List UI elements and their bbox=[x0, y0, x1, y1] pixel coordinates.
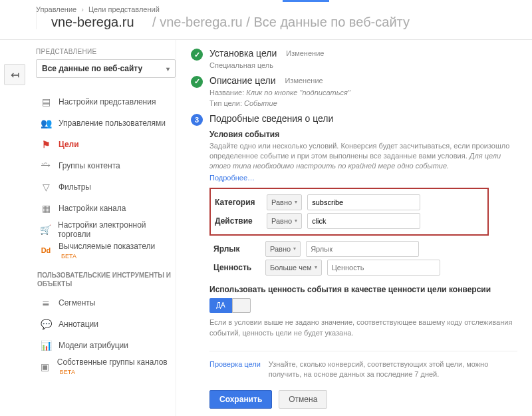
channel-icon: ▦ bbox=[40, 203, 52, 214]
condition-value-row: Ценность Больше чем▾ bbox=[213, 260, 485, 276]
segments-icon: ≣ bbox=[40, 298, 52, 308]
use-value-note: Если в условии выше не задано значение, … bbox=[209, 317, 517, 339]
sidebar-item-ecommerce[interactable]: 🛒Настройки электронной торговли bbox=[36, 219, 176, 240]
edit-link[interactable]: Изменение bbox=[286, 49, 324, 57]
step-3: 3 Подробные сведения о цели bbox=[191, 113, 517, 126]
value-input[interactable] bbox=[327, 260, 440, 276]
attribution-icon: 📊 bbox=[40, 340, 52, 351]
box-icon: ▣ bbox=[40, 361, 51, 373]
cart-icon: 🛒 bbox=[40, 224, 51, 236]
group-icon: ⭇ bbox=[40, 160, 52, 171]
step-1[interactable]: ✓ Установка целиИзменение Специальная це… bbox=[191, 48, 517, 71]
use-value-toggle[interactable]: ДА bbox=[209, 298, 251, 313]
sidebar-item-attribution[interactable]: 📊Модели атрибуции bbox=[36, 335, 176, 356]
sidebar-item-content-groups[interactable]: ⭇Группы контента bbox=[36, 155, 176, 176]
check-icon: ✓ bbox=[191, 49, 203, 61]
action-buttons: Сохранить Отмена bbox=[209, 390, 517, 409]
dd-icon: Dd bbox=[40, 246, 52, 255]
condition-category-row: Категория Равно▾ bbox=[215, 194, 483, 210]
verify-goal-row: Проверка цели Узнайте, сколько конверсий… bbox=[209, 359, 517, 380]
action-input[interactable] bbox=[307, 213, 420, 229]
cancel-button[interactable]: Отмена bbox=[279, 390, 327, 409]
operator-select[interactable]: Равно▾ bbox=[267, 213, 302, 229]
sidebar: ПРЕДСТАВЛЕНИЕ Все данные по веб-сайту ▾ … bbox=[0, 40, 176, 416]
use-event-value-heading: Использовать ценность события в качестве… bbox=[209, 285, 517, 294]
caret-down-icon: ▾ bbox=[166, 65, 170, 73]
learn-more-link[interactable]: Подробнее… bbox=[209, 174, 255, 182]
page-title: vne-berega.ru / vne-berega.ru / Все данн… bbox=[0, 15, 532, 39]
sidebar-section-label: ПРЕДСТАВЛЕНИЕ bbox=[36, 48, 176, 55]
category-input[interactable] bbox=[307, 194, 420, 210]
operator-select[interactable]: Равно▾ bbox=[267, 194, 302, 210]
sidebar-section2-label: ПОЛЬЗОВАТЕЛЬСКИЕ ИНСТРУМЕНТЫ И ОБЪЕКТЫ bbox=[37, 271, 176, 288]
sidebar-item-calc[interactable]: DdВычисляемые показателиБЕТА bbox=[36, 240, 176, 262]
sidebar-item-own-channels[interactable]: ▣Собственные группы каналов БЕТА bbox=[36, 356, 176, 377]
sidebar-item-filters[interactable]: ▽Фильтры bbox=[36, 176, 176, 198]
event-conditions-desc: Задайте одно или несколько условий. Конв… bbox=[209, 141, 517, 172]
sidebar-item-annotations[interactable]: 💬Аннотации bbox=[36, 313, 176, 335]
sidebar-item-segments[interactable]: ≣Сегменты bbox=[36, 292, 176, 313]
top-accent bbox=[283, 0, 329, 2]
sidebar-item-settings[interactable]: ▤Настройки представления bbox=[36, 91, 176, 112]
conditions-highlighted: Категория Равно▾ Действие Равно▾ bbox=[209, 188, 489, 236]
annotation-icon: 💬 bbox=[40, 319, 52, 329]
operator-select[interactable]: Равно▾ bbox=[265, 241, 301, 257]
conditions-rest: Ярлык Равно▾ Ценность Больше чем▾ bbox=[209, 241, 489, 276]
view-selector[interactable]: Все данные по веб-сайту ▾ bbox=[36, 59, 176, 78]
condition-action-row: Действие Равно▾ bbox=[215, 213, 483, 229]
check-icon: ✓ bbox=[191, 76, 203, 88]
event-conditions-heading: Условия события bbox=[209, 130, 517, 139]
edit-link[interactable]: Изменение bbox=[285, 77, 323, 85]
toggle-knob-icon bbox=[232, 298, 251, 313]
main-content: ✓ Установка целиИзменение Специальная це… bbox=[176, 40, 532, 416]
flag-icon: ⚑ bbox=[40, 139, 52, 150]
sidebar-item-users[interactable]: 👥Управление пользователями bbox=[36, 112, 176, 134]
condition-label-row: Ярлык Равно▾ bbox=[213, 241, 485, 257]
back-button[interactable]: ↤ bbox=[4, 64, 25, 85]
step-2[interactable]: ✓ Описание целиИзменение Название: Клик … bbox=[191, 75, 517, 109]
sidebar-item-channel[interactable]: ▦Настройки канала bbox=[36, 198, 176, 219]
file-icon: ▤ bbox=[40, 97, 52, 107]
operator-select[interactable]: Больше чем▾ bbox=[265, 260, 322, 276]
verify-goal-link[interactable]: Проверка цели bbox=[209, 359, 261, 380]
step-number-icon: 3 bbox=[191, 114, 203, 126]
users-icon: 👥 bbox=[40, 118, 52, 128]
sidebar-item-goals[interactable]: ⚑Цели bbox=[36, 134, 176, 155]
filter-icon: ▽ bbox=[40, 182, 52, 192]
label-input[interactable] bbox=[306, 241, 419, 257]
save-button[interactable]: Сохранить bbox=[209, 390, 272, 409]
